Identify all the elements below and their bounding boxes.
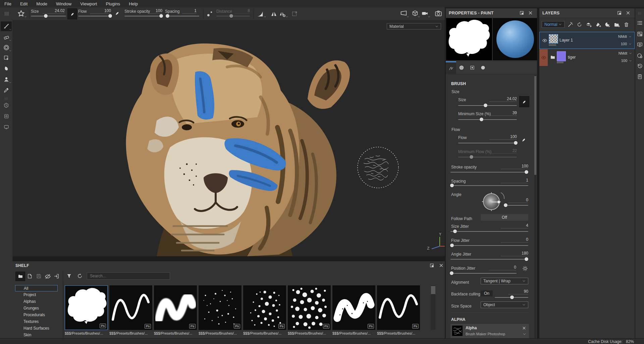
brush-alpha-preview[interactable]: [446, 18, 492, 60]
symmetry-icon[interactable]: [270, 10, 277, 17]
dock-icon[interactable]: [617, 10, 622, 15]
menu-edit[interactable]: Edit: [16, 1, 32, 6]
size-pressure-button[interactable]: [519, 96, 529, 107]
menu-file[interactable]: File: [0, 1, 16, 6]
shelf-category-grunges[interactable]: Grunges: [15, 305, 58, 312]
size-slider[interactable]: [458, 105, 517, 106]
refresh-icon[interactable]: [77, 273, 83, 279]
flow-value[interactable]: 100: [90, 8, 111, 14]
dock-icon[interactable]: [429, 263, 434, 268]
delete-layer-icon[interactable]: [624, 22, 629, 27]
size-slider[interactable]: [31, 16, 66, 16]
tab-alpha[interactable]: [456, 61, 467, 74]
visibility-eye-icon[interactable]: [542, 38, 547, 43]
viewport-shader-select[interactable]: Material: [387, 23, 441, 29]
angle-slider[interactable]: [505, 205, 528, 206]
position-jitter-slider[interactable]: [450, 273, 517, 274]
display-settings-icon[interactable]: [637, 42, 643, 48]
layer-channels[interactable]: NMdt: [618, 35, 627, 39]
visibility-eye-icon[interactable]: [541, 55, 546, 60]
shelf-category-project[interactable]: Project: [15, 292, 58, 298]
menu-viewport[interactable]: Viewport: [76, 1, 101, 6]
chevron-down-icon[interactable]: [407, 15, 409, 18]
spacing-value[interactable]: 1: [501, 178, 528, 183]
tool-polygon-fill[interactable]: [1, 53, 12, 63]
dock-icon[interactable]: [519, 10, 524, 15]
spacing-value[interactable]: 1: [182, 8, 197, 14]
tool-paint[interactable]: [1, 21, 12, 31]
shelf-brush-item[interactable]: Ps $$$/Presets/Brushes/...: [199, 285, 241, 335]
menu-help[interactable]: Help: [124, 1, 142, 6]
tool-clone[interactable]: [1, 74, 12, 84]
tool-erase[interactable]: [1, 32, 12, 42]
spacing-slider[interactable]: [450, 185, 528, 186]
backface-culling-toggle[interactable]: On: [481, 290, 493, 296]
angle-jitter-value[interactable]: 180: [501, 251, 528, 256]
size-jitter-value[interactable]: 4: [501, 223, 528, 228]
brush-stroke-preview[interactable]: [493, 18, 537, 60]
angle-value[interactable]: 0: [508, 198, 528, 203]
import-resources-icon[interactable]: [54, 273, 59, 279]
shelf-brush-item[interactable]: Ps $$$/Presets/Brushes/...: [288, 285, 331, 335]
chevron-down-icon[interactable]: [523, 332, 526, 336]
filter-icon[interactable]: [66, 273, 72, 279]
angle-dial-handle[interactable]: [497, 200, 500, 204]
chevron-down-icon[interactable]: [629, 35, 632, 38]
menu-plugins[interactable]: Plugins: [101, 1, 124, 6]
flow-jitter-value[interactable]: 0: [501, 237, 528, 243]
hide-resources-icon[interactable]: [45, 273, 51, 280]
shelf-category-all[interactable]: All: [15, 285, 58, 291]
layer-opacity[interactable]: 100: [621, 42, 627, 46]
angle-jitter-slider[interactable]: [450, 259, 528, 260]
flow-pressure-icon[interactable]: [521, 137, 527, 143]
shelf-brush-item[interactable]: Ps $$$/Presets/Brushes/...: [332, 285, 375, 335]
jitter-settings-gear-icon[interactable]: [522, 266, 528, 271]
follow-path-toggle[interactable]: Off: [481, 214, 528, 221]
size-space-select[interactable]: Object: [481, 301, 528, 308]
chevron-down-icon[interactable]: [629, 43, 632, 46]
screenshot-icon[interactable]: [435, 10, 442, 17]
min-size-value[interactable]: 39: [489, 111, 517, 116]
symmetry-settings-icon[interactable]: [279, 10, 286, 17]
stroke-opacity-slider[interactable]: [124, 16, 162, 16]
size-pressure-button[interactable]: [67, 8, 77, 19]
layer-name[interactable]: tiger: [568, 55, 576, 60]
new-resource-icon[interactable]: [27, 273, 33, 279]
min-size-slider[interactable]: [458, 119, 517, 120]
chevron-down-icon[interactable]: [418, 15, 420, 18]
flow-slider[interactable]: [458, 143, 517, 143]
flow-slider[interactable]: [78, 16, 111, 16]
menu-mode[interactable]: Mode: [32, 1, 52, 6]
add-effect-icon[interactable]: [568, 22, 573, 27]
shader-settings-icon[interactable]: [637, 53, 643, 59]
shelf-category-alphas[interactable]: Alphas: [15, 298, 58, 305]
pivot-icon[interactable]: [577, 22, 582, 27]
layer-name[interactable]: Layer 1: [559, 38, 573, 43]
tab-material[interactable]: [478, 61, 488, 74]
layer-row-tiger[interactable]: tiger NMdt 100: [539, 49, 635, 66]
shelf-category-textures[interactable]: Textures: [15, 319, 58, 325]
history-icon[interactable]: [637, 63, 643, 69]
add-folder-icon[interactable]: [614, 22, 620, 28]
tool-smudge[interactable]: [1, 64, 12, 73]
falloff-curve-icon[interactable]: [256, 10, 264, 18]
chevron-down-icon[interactable]: [285, 15, 288, 18]
shelf-brush-item[interactable]: Ps $$$/Presets/Brushes/...: [243, 285, 286, 335]
dock-grip[interactable]: [637, 12, 643, 15]
chevron-down-icon[interactable]: [629, 52, 632, 55]
viewport-3d[interactable]: Material Y X Z: [12, 20, 445, 256]
flow-jitter-slider[interactable]: [450, 245, 528, 246]
log-icon[interactable]: [637, 74, 643, 79]
stroke-opacity-value[interactable]: 100: [148, 8, 162, 14]
close-icon[interactable]: [626, 10, 631, 15]
chevron-down-icon[interactable]: [629, 59, 632, 62]
shelf-folder-button[interactable]: [15, 272, 25, 281]
tools-grip[interactable]: [3, 97, 9, 100]
size-value[interactable]: 24.02: [489, 96, 517, 102]
tool-projection[interactable]: [1, 43, 12, 52]
position-jitter-value[interactable]: 0: [489, 265, 516, 270]
layer-channels[interactable]: NMdt: [619, 51, 627, 55]
blend-mode-select[interactable]: Normal: [542, 21, 565, 28]
close-icon[interactable]: [439, 263, 444, 268]
tool-resources[interactable]: [1, 111, 12, 121]
